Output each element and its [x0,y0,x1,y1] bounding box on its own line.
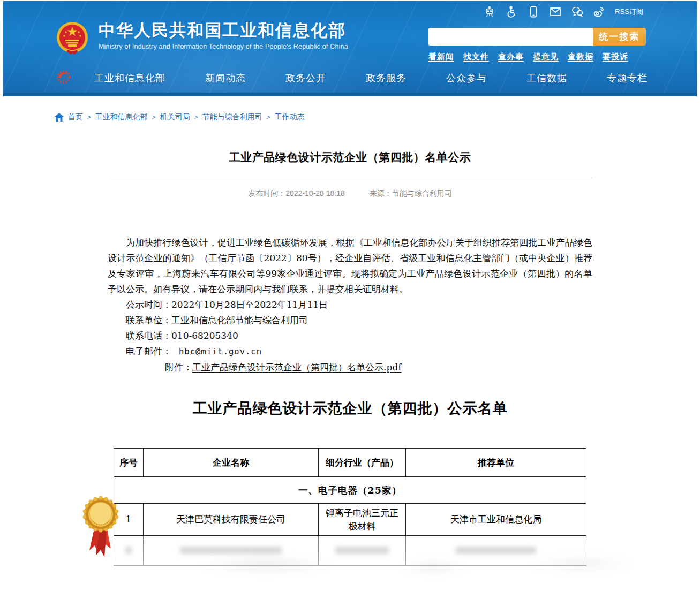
email-label: 电子邮件： [126,346,171,357]
breadcrumb-separator: > [194,113,198,121]
breadcrumb: 首页 > 工业和信息化部 > 机关司局 > 节能与综合利用司 > 工作动态 [55,96,646,122]
quick-link-services[interactable]: 查办事 [498,52,524,62]
breadcrumb-departments[interactable]: 机关司局 [160,112,190,122]
contact-unit-line: 联系单位：工业和信息化部节能与综合利用司 [108,313,592,328]
blurred-cell-content [180,547,282,554]
cell-company: 天津巴莫科技有限责任公司 [144,504,319,536]
article-meta: 发布时间：2022-10-28 18:18 来源：节能与综合利用司 [108,189,592,199]
site-title: 中华人民共和国工业和信息化部 [99,20,348,41]
title-divider [108,178,592,178]
col-header-company: 企业名称 [144,449,319,477]
attachment-pdf-link[interactable]: 工业产品绿色设计示范企业（第四批）名单公示.pdf [192,362,401,373]
email-value: hbc@miit.gov.cn [179,347,262,357]
breadcrumb-energy-dept[interactable]: 节能与综合利用司 [202,112,262,122]
miit-e-logo-icon [56,69,73,86]
table-row: 1 天津巴莫科技有限责任公司 锂离子电池三元正极材料 天津市工业和信息化局 [114,504,586,536]
breadcrumb-separator: > [87,113,91,121]
attachment-line: 附件：工业产品绿色设计示范企业（第四批）名单公示.pdf [108,360,592,375]
breadcrumb-home[interactable]: 首页 [68,112,83,122]
search-zone: 统一搜索 看新闻 找文件 查办事 提意见 查数据 要投诉 [428,28,646,62]
nav-item-news[interactable]: 新闻动态 [205,72,246,85]
breadcrumb-work-updates[interactable]: 工作动态 [275,112,305,122]
quick-links: 看新闻 找文件 查办事 提意见 查数据 要投诉 [428,52,646,62]
nav-item-data[interactable]: 工信数据 [526,72,567,85]
table-row-blurred [114,536,586,566]
article-title: 工业产品绿色设计示范企业（第四批）名单公示 [108,150,592,165]
unified-search-button[interactable]: 统一搜索 [593,28,646,46]
search-input[interactable] [428,28,593,46]
mail-icon[interactable] [549,5,562,18]
nav-item-gov-service[interactable]: 政务服务 [366,72,407,85]
col-header-index: 序号 [114,449,144,477]
blurred-cell-content [335,547,389,554]
article: 工业产品绿色设计示范企业（第四批）名单公示 发布时间：2022-10-28 18… [108,150,592,375]
breadcrumb-separator: > [152,113,156,121]
rss-link[interactable]: RSS订阅 [615,7,643,17]
publish-time: 发布时间：2022-10-28 18:18 [248,189,345,198]
quick-link-data[interactable]: 查数据 [568,52,593,62]
quick-link-complaint[interactable]: 要投诉 [603,52,628,62]
section-label: 一、电子电器（25家） [114,477,586,504]
contact-phone-line: 联系电话：010-68205340 [108,328,592,344]
site-subtitle: Ministry of Industry and Information Tec… [99,43,348,50]
quick-link-feedback[interactable]: 提意见 [533,52,559,62]
national-emblem-logo [56,20,89,59]
table-header-row: 序号 企业名称 细分行业（产品） 推荐单位 [114,449,586,477]
table-zone: 序号 企业名称 细分行业（产品） 推荐单位 一、电子电器（25家） 1 天津巴莫… [108,448,592,566]
document-title: 工业产品绿色设计示范企业（第四批）公示名单 [108,399,592,418]
lead-paragraph: 为加快推行绿色设计，促进工业绿色低碳循环发展，根据《工业和信息化部办公厅关于组织… [108,235,592,297]
mascot-robot-icon[interactable] [483,5,496,18]
blurred-cell-content [456,547,536,554]
nav-item-miit[interactable]: 工业和信息化部 [94,72,165,85]
wechat-icon[interactable] [571,5,584,18]
main-navigation: 工业和信息化部 新闻动态 政务公开 政务服务 公众参与 工信数据 专题专栏 [3,65,697,91]
breadcrumb-miit[interactable]: 工业和信息化部 [95,112,148,122]
gold-medal-ribbon-icon [80,494,122,563]
col-header-industry: 细分行业（产品） [319,449,406,477]
article-body: 为加快推行绿色设计，促进工业绿色低碳循环发展，根据《工业和信息化部办公厅关于组织… [108,235,592,375]
topbar: RSS订阅 [483,5,643,18]
home-icon[interactable] [55,113,64,122]
quick-link-files[interactable]: 找文件 [463,52,489,62]
accessibility-icon[interactable] [505,5,518,18]
quick-link-news[interactable]: 看新闻 [428,52,454,62]
cell-recommender: 天津市工业和信息化局 [406,504,586,536]
company-list-table: 序号 企业名称 细分行业（产品） 推荐单位 一、电子电器（25家） 1 天津巴莫… [114,448,586,566]
table-section-row: 一、电子电器（25家） [114,477,586,504]
col-header-recommender: 推荐单位 [406,449,586,477]
breadcrumb-separator: > [267,113,270,121]
source: 来源：节能与综合利用司 [370,189,452,198]
nav-item-participation[interactable]: 公众参与 [446,72,487,85]
nav-item-gov-open[interactable]: 政务公开 [285,72,326,85]
embedded-document: 工业产品绿色设计示范企业（第四批）公示名单 序号 企业名称 细分行业（产品） 推… [108,399,592,566]
nav-items: 工业和信息化部 新闻动态 政务公开 政务服务 公众参与 工信数据 专题专栏 [94,65,648,91]
nav-item-topics[interactable]: 专题专栏 [607,72,648,85]
attachment-label: 附件： [165,362,192,373]
weibo-icon[interactable] [593,5,606,18]
brand: 中华人民共和国工业和信息化部 Ministry of Industry and … [56,20,348,59]
email-line: 电子邮件：hbc@miit.gov.cn [108,344,592,360]
mobile-icon[interactable] [527,5,540,18]
site-header: RSS订阅 中华人民共和国工业和信息化部 Ministry of Industr… [3,1,697,96]
publicity-period-line: 公示时间：2022年10月28日至2022年11月11日 [108,297,592,313]
cell-industry: 锂离子电池三元正极材料 [319,504,406,536]
blurred-cell-content [125,547,132,554]
